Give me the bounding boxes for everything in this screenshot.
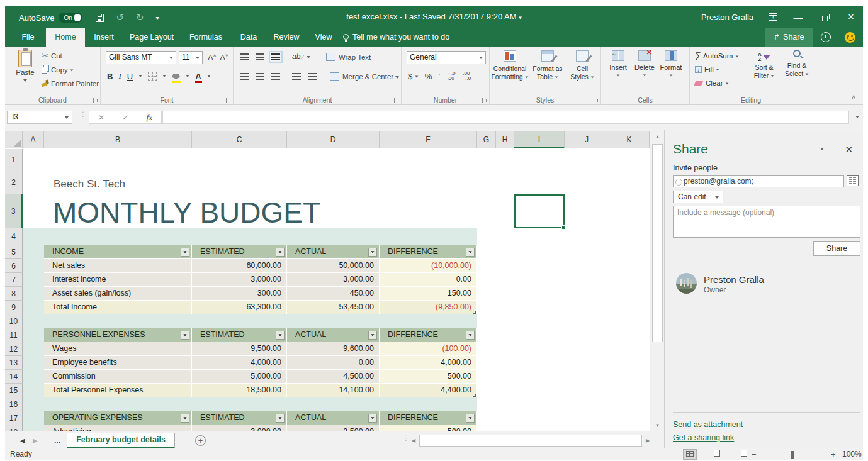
vertical-scroll-thumb[interactable] [652,144,663,342]
value-cell[interactable]: 50,000.00 [287,259,380,273]
hscroll-splitter[interactable]: ⋮ [403,436,409,440]
align-center-button[interactable] [256,73,264,80]
column-header-A[interactable]: A [23,131,44,148]
underline-button[interactable]: U [127,72,133,81]
value-cell[interactable]: 63,300.00 [192,301,287,314]
row-header-6[interactable]: 6 [5,259,23,273]
fill-color-button[interactable] [172,72,180,81]
sheet-tab-active[interactable]: February budget details [67,433,175,448]
format-painter-button[interactable]: Format Painter [42,77,99,90]
table-header-cell[interactable]: ACTUAL [287,328,380,342]
filter-button[interactable] [181,248,189,257]
value-cell[interactable]: 450.00 [287,287,380,301]
font-color-caret[interactable] [207,75,211,77]
value-cell[interactable]: 4,500.00 [287,370,380,384]
zoom-slider-track[interactable] [760,455,828,455]
maximize-button[interactable] [819,12,830,23]
row-header-11[interactable]: 11 [5,328,23,342]
ribbon-display-options-icon[interactable] [769,13,777,21]
filter-button[interactable] [368,414,377,423]
row-header-16[interactable]: 16 [5,397,23,411]
value-cell[interactable]: 3,000.00 [192,273,287,287]
bold-button[interactable]: B [107,72,113,81]
row-label-cell[interactable]: Asset sales (gain/loss) [44,287,192,301]
tell-me-box[interactable]: Tell me what you want to do [343,28,449,47]
formula-bar-splitter[interactable]: ⋮ [80,113,86,116]
align-bottom-button[interactable] [271,53,280,60]
insert-cells-button[interactable]: Insert [605,50,631,79]
number-format-combo[interactable]: General [407,51,486,64]
merge-center-button[interactable]: Merge & Center [330,72,399,81]
value-cell[interactable]: 53,450.00 [287,301,380,314]
column-header-C[interactable]: C [192,131,287,148]
row-header-15[interactable]: 15 [5,384,23,397]
font-size-combo[interactable]: 11 [179,51,203,64]
comma-style-button[interactable]: ’ [438,72,439,80]
filter-button[interactable] [466,248,475,257]
tab-page-layout[interactable]: Page Layout [123,28,181,47]
column-header-H[interactable]: H [496,131,514,148]
tab-insert[interactable]: Insert [85,28,123,47]
align-right-button[interactable] [271,73,280,80]
paste-button[interactable]: Paste [11,50,39,100]
row-header-10[interactable]: 10 [5,314,23,328]
row-label-cell[interactable]: Advertising [44,425,192,431]
enter-icon[interactable]: ✓ [122,113,128,122]
format-as-table-button[interactable]: Format asTable [530,50,565,81]
grow-font-button[interactable]: A˄ [208,53,216,62]
table-header-cell[interactable]: ESTIMATED [192,328,287,342]
alignment-dialog-launcher[interactable] [394,98,399,103]
value-cell[interactable]: 500.00 [380,370,477,384]
filter-button[interactable] [466,414,475,423]
value-cell[interactable]: 300.00 [192,287,287,301]
format-cells-button[interactable]: Format [658,50,684,79]
table-header-cell[interactable]: OPERATING EXPENSES [44,411,192,425]
column-header-F[interactable]: F [380,131,477,148]
tab-home[interactable]: Home [46,28,85,47]
value-cell[interactable]: 9,500.00 [192,342,287,356]
filter-button[interactable] [276,331,285,340]
value-cell[interactable]: 3,000.00 [192,425,287,431]
value-cell[interactable]: 60,000.00 [192,259,287,273]
name-box[interactable]: I3 [7,111,72,124]
sort-filter-button[interactable]: AZSort &Filter [748,50,781,80]
select-all-corner[interactable] [5,131,23,148]
value-cell[interactable]: (10,000.00) [380,259,477,273]
value-cell[interactable]: 150.00 [380,287,477,301]
row-label-cell[interactable]: Net sales [44,259,192,273]
address-book-button[interactable] [847,175,859,189]
tab-review[interactable]: Review [266,28,307,47]
message-textarea[interactable]: Include a message (optional) [673,206,860,238]
accounting-format-button[interactable]: $ [408,72,419,81]
history-icon[interactable] [821,32,831,42]
zoom-percentage[interactable]: 100% [842,450,862,458]
formula-input[interactable] [162,111,849,124]
formula-bar-expand-caret[interactable] [855,116,859,118]
align-middle-button[interactable] [256,53,264,60]
orientation-button[interactable]: ab⟋ [292,52,310,61]
row-header-7[interactable]: 7 [5,273,23,287]
value-cell[interactable]: 500.00 [380,425,477,431]
filter-button[interactable] [368,331,377,340]
clear-button[interactable]: Clear [695,77,729,89]
shrink-font-button[interactable]: A˅ [220,53,228,62]
table-header-cell[interactable]: DIFFERENCE [380,411,477,425]
row-label-cell[interactable]: Employee benefits [44,356,192,370]
get-sharing-link[interactable]: Get a sharing link [673,433,734,442]
send-as-attachment-link[interactable]: Send as attachment [673,420,743,429]
table-resize-handle[interactable] [473,394,476,397]
italic-button[interactable]: I [118,71,121,81]
cell-sheet-title[interactable]: MONTHLY BUDGET [53,196,320,230]
table-header-cell[interactable]: ACTUAL [287,245,380,259]
font-dialog-launcher[interactable] [226,98,231,103]
value-cell[interactable]: 2,500.00 [287,425,380,431]
share-button-ribbon[interactable]: ↱Share [765,28,813,47]
zoom-in-button[interactable]: + [831,450,836,459]
copy-button[interactable]: Copy [42,64,74,76]
column-header-I[interactable]: I [514,131,565,148]
value-cell[interactable]: 0.00 [380,273,477,287]
horizontal-scroll-thumb[interactable] [419,435,642,447]
find-select-button[interactable]: Find &Select [781,50,813,78]
font-color-button[interactable]: A [195,72,201,81]
number-dialog-launcher[interactable] [482,98,487,103]
